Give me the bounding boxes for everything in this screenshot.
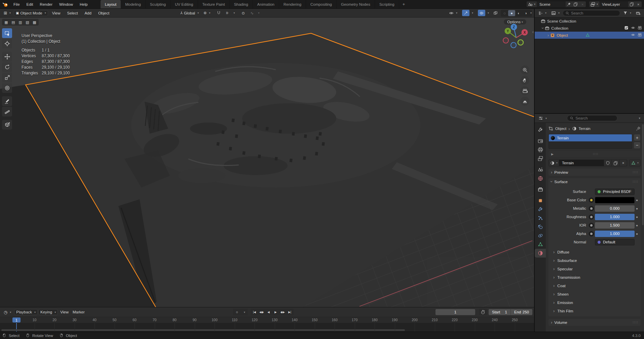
- properties-tab-material[interactable]: [535, 249, 546, 258]
- workspace-tab-layout[interactable]: Layout: [101, 0, 121, 8]
- add-workspace-button[interactable]: +: [399, 2, 409, 7]
- scene-selector[interactable]: ▾ Scene ×: [526, 1, 586, 7]
- surface-subsection-emission[interactable]: ›Emission: [548, 298, 641, 307]
- material-browse-button[interactable]: ▾: [548, 160, 559, 166]
- viewlayer-copy-icon[interactable]: [628, 1, 635, 7]
- timeline-menu-marker[interactable]: Marker: [71, 309, 86, 315]
- blender-logo-icon[interactable]: [2, 1, 9, 7]
- timeline-menu-view[interactable]: View: [59, 309, 70, 315]
- viewport-menu-object[interactable]: Object: [96, 11, 112, 15]
- timeline-menu-keying[interactable]: Keying▾: [38, 309, 58, 315]
- eye-toggle[interactable]: [631, 26, 635, 31]
- outliner-row-scene-collection[interactable]: Scene Collection: [535, 18, 644, 25]
- node-socket[interactable]: [589, 214, 594, 219]
- tool-rotate-button[interactable]: [2, 62, 12, 72]
- outliner-filter-mode-button[interactable]: ▾: [550, 10, 561, 16]
- outliner-search-input[interactable]: [563, 10, 620, 16]
- workspace-tab-texture-paint[interactable]: Texture Paint: [198, 0, 230, 8]
- next-keyframe-button[interactable]: ◆▶: [279, 309, 286, 315]
- properties-tab-modifiers[interactable]: [535, 205, 546, 214]
- properties-tab-tool[interactable]: [535, 126, 546, 134]
- new-collection-button[interactable]: [634, 10, 642, 16]
- properties-tab-world[interactable]: [535, 174, 546, 183]
- shading-material-toggle[interactable]: ◐: [515, 10, 522, 16]
- properties-scrollbar[interactable]: [642, 124, 644, 225]
- node-socket[interactable]: [589, 223, 594, 228]
- viewport-menu-view[interactable]: View: [49, 11, 63, 15]
- node-socket[interactable]: [589, 198, 594, 203]
- surface-subsection-specular[interactable]: ›Specular: [548, 265, 641, 273]
- frame-start-field[interactable]: Start1: [489, 309, 511, 315]
- timeline-ruler[interactable]: 1020304050607080901001101201301401501601…: [0, 317, 534, 323]
- eye-toggle[interactable]: [631, 33, 635, 38]
- play-button[interactable]: ▶: [272, 309, 279, 315]
- show-gizmo-toggle[interactable]: [462, 10, 469, 16]
- checkbox-toggle[interactable]: [624, 26, 629, 31]
- viewport-toggle-icon-1[interactable]: ▦: [3, 20, 9, 25]
- properties-tab-render[interactable]: [535, 137, 546, 145]
- outliner-display-mode-button[interactable]: ▾: [536, 10, 548, 16]
- tool-annotate-button[interactable]: [2, 96, 12, 106]
- editor-type-button[interactable]: ⊞▾: [2, 10, 12, 16]
- unlink-material-icon[interactable]: ×: [619, 160, 627, 166]
- properties-tab-collection[interactable]: [535, 185, 546, 194]
- preview-panel[interactable]: ›Preview∷∷: [548, 169, 641, 176]
- viewlayer-remove-icon[interactable]: ×: [635, 1, 642, 7]
- use-preview-range-toggle[interactable]: [479, 309, 487, 315]
- current-frame-marker[interactable]: 1: [12, 317, 21, 323]
- workspace-tab-scripting[interactable]: Scripting: [375, 0, 399, 8]
- pan-hand-button[interactable]: [520, 76, 529, 85]
- proportional-edit-toggle[interactable]: ⊙: [239, 10, 247, 16]
- workspace-tab-rendering[interactable]: Rendering: [279, 0, 306, 8]
- jump-to-end-button[interactable]: ▶|: [286, 309, 293, 315]
- outliner-filter-button[interactable]: ▾: [621, 10, 633, 16]
- frame-end-field[interactable]: End250: [511, 309, 532, 315]
- fake-user-shield-icon[interactable]: [604, 160, 612, 166]
- mode-dropdown[interactable]: ▣Object Mode▾: [14, 10, 48, 16]
- workspace-tab-shading[interactable]: Shading: [230, 0, 253, 8]
- remove-material-slot-button[interactable]: −: [634, 142, 641, 149]
- workspace-tab-sculpting[interactable]: Sculpting: [146, 0, 171, 8]
- perspective-toggle-button[interactable]: [520, 97, 529, 106]
- node-socket[interactable]: [589, 206, 594, 211]
- tool-select-box-button[interactable]: [2, 28, 12, 38]
- snap-magnet-toggle[interactable]: [215, 10, 222, 16]
- menu-render[interactable]: Render: [36, 0, 56, 8]
- keyframe-decorator[interactable]: ●: [635, 224, 639, 227]
- material-slot-list[interactable]: Terrain: [548, 134, 632, 149]
- tool-move-button[interactable]: [2, 52, 12, 62]
- tool-scale-button[interactable]: [2, 73, 12, 82]
- camera-view-button[interactable]: [520, 86, 529, 95]
- pivot-point-dropdown[interactable]: ⊚▾: [202, 10, 212, 16]
- pin-icon[interactable]: [636, 126, 641, 131]
- tool-measure-button[interactable]: [2, 107, 12, 116]
- viewlayer-icon[interactable]: ▾: [589, 1, 599, 7]
- surface-subsection-subsurface[interactable]: ›Subsurface: [548, 256, 641, 265]
- viewport-toggle-icon-2[interactable]: ▤: [10, 20, 16, 25]
- scene-name[interactable]: Scene: [537, 1, 566, 7]
- viewport-3d[interactable]: ▦▤▥▧▩ Options▾ User Perspective (1) Coll…: [0, 18, 534, 307]
- base-color-swatch[interactable]: [595, 197, 635, 203]
- timeline-editor-type-button[interactable]: ◷▾: [2, 309, 13, 315]
- play-reverse-button[interactable]: ◀: [265, 309, 272, 315]
- menu-help[interactable]: Help: [76, 0, 91, 8]
- camera-toggle[interactable]: [638, 26, 642, 31]
- scene-pin-icon[interactable]: [566, 1, 572, 7]
- surface-subsection-transmission[interactable]: ›Transmission: [548, 273, 641, 281]
- snap-target-dropdown[interactable]: ⊪: [224, 10, 231, 16]
- breadcrumb-object[interactable]: Object: [555, 127, 566, 131]
- properties-editor-type-button[interactable]: ▾: [537, 115, 548, 121]
- viewport-toggle-icon-5[interactable]: ▩: [31, 20, 38, 25]
- auto-key-toggle[interactable]: ○: [233, 309, 240, 315]
- timeline-scrollbar[interactable]: [1, 329, 405, 331]
- material-slot-active[interactable]: Terrain: [549, 134, 632, 141]
- tool-add-cube-button[interactable]: [2, 120, 12, 130]
- zoom-button[interactable]: [520, 65, 529, 74]
- material-name-field[interactable]: Terrain: [559, 160, 604, 166]
- navigation-gizmo[interactable]: ZYX: [501, 20, 531, 53]
- properties-tab-constraints[interactable]: [535, 231, 546, 240]
- workspace-tab-geometry-nodes[interactable]: Geometry Nodes: [337, 0, 375, 8]
- workspace-tab-uv-editing[interactable]: UV Editing: [171, 0, 198, 8]
- properties-tab-physics[interactable]: [535, 223, 546, 231]
- viewport-toggle-icon-3[interactable]: ▥: [17, 20, 24, 25]
